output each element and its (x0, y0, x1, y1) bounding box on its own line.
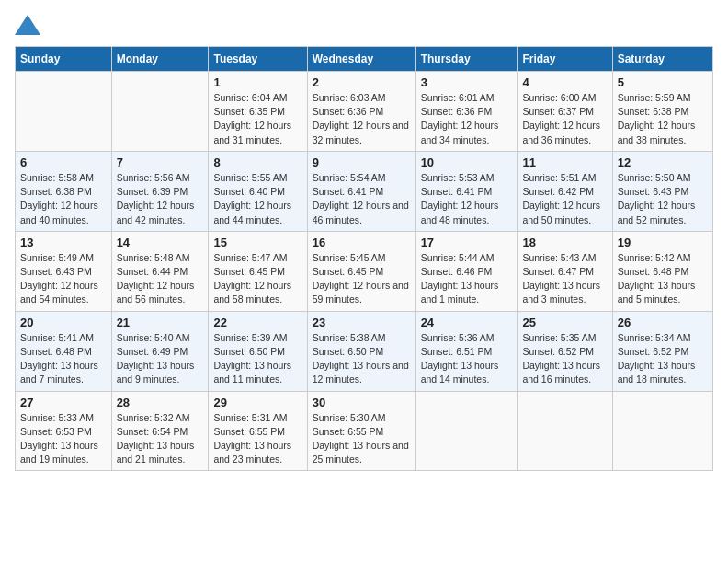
calendar-cell: 30Sunrise: 5:30 AM Sunset: 6:55 PM Dayli… (307, 391, 415, 471)
day-number: 12 (618, 155, 708, 169)
day-detail: Sunrise: 5:43 AM Sunset: 6:47 PM Dayligh… (522, 251, 607, 307)
day-number: 17 (421, 236, 513, 249)
calendar-cell: 22Sunrise: 5:39 AM Sunset: 6:50 PM Dayli… (209, 311, 307, 391)
calendar-cell: 8Sunrise: 5:55 AM Sunset: 6:40 PM Daylig… (209, 151, 307, 231)
col-header-friday: Friday (518, 47, 612, 72)
calendar-cell: 3Sunrise: 6:01 AM Sunset: 6:36 PM Daylig… (415, 72, 518, 152)
day-number: 3 (421, 75, 513, 89)
day-number: 10 (421, 155, 513, 169)
calendar-cell: 25Sunrise: 5:35 AM Sunset: 6:52 PM Dayli… (518, 311, 612, 391)
calendar-cell: 11Sunrise: 5:51 AM Sunset: 6:42 PM Dayli… (518, 151, 612, 231)
day-detail: Sunrise: 5:31 AM Sunset: 6:55 PM Dayligh… (213, 411, 301, 467)
col-header-wednesday: Wednesday (307, 47, 415, 72)
col-header-sunday: Sunday (16, 47, 112, 72)
day-detail: Sunrise: 5:35 AM Sunset: 6:52 PM Dayligh… (522, 331, 607, 387)
day-detail: Sunrise: 5:58 AM Sunset: 6:38 PM Dayligh… (20, 171, 107, 227)
day-number: 5 (618, 75, 708, 89)
calendar-week-row: 20Sunrise: 5:41 AM Sunset: 6:48 PM Dayli… (16, 311, 713, 391)
svg-marker-1 (17, 18, 39, 33)
day-detail: Sunrise: 5:36 AM Sunset: 6:51 PM Dayligh… (421, 331, 513, 387)
day-detail: Sunrise: 5:34 AM Sunset: 6:52 PM Dayligh… (618, 331, 708, 387)
day-number: 2 (313, 75, 411, 89)
calendar-cell: 20Sunrise: 5:41 AM Sunset: 6:48 PM Dayli… (16, 311, 112, 391)
day-detail: Sunrise: 5:45 AM Sunset: 6:45 PM Dayligh… (313, 251, 411, 307)
calendar-cell: 12Sunrise: 5:50 AM Sunset: 6:43 PM Dayli… (612, 151, 712, 231)
calendar-cell: 27Sunrise: 5:33 AM Sunset: 6:53 PM Dayli… (16, 391, 112, 471)
day-number: 21 (117, 316, 204, 329)
calendar-week-row: 6Sunrise: 5:58 AM Sunset: 6:38 PM Daylig… (16, 151, 713, 231)
calendar-cell: 5Sunrise: 5:59 AM Sunset: 6:38 PM Daylig… (612, 72, 712, 152)
calendar-cell: 24Sunrise: 5:36 AM Sunset: 6:51 PM Dayli… (415, 311, 518, 391)
calendar-cell: 1Sunrise: 6:04 AM Sunset: 6:35 PM Daylig… (209, 72, 307, 152)
col-header-saturday: Saturday (612, 47, 712, 72)
calendar-week-row: 27Sunrise: 5:33 AM Sunset: 6:53 PM Dayli… (16, 391, 713, 471)
day-detail: Sunrise: 5:59 AM Sunset: 6:38 PM Dayligh… (618, 91, 708, 147)
calendar-cell (612, 391, 712, 471)
day-number: 19 (618, 236, 708, 249)
calendar-week-row: 1Sunrise: 6:04 AM Sunset: 6:35 PM Daylig… (16, 72, 713, 152)
calendar-cell: 7Sunrise: 5:56 AM Sunset: 6:39 PM Daylig… (111, 151, 209, 231)
day-detail: Sunrise: 5:47 AM Sunset: 6:45 PM Dayligh… (213, 251, 301, 307)
day-number: 24 (421, 316, 513, 329)
day-number: 28 (117, 396, 204, 409)
day-number: 30 (313, 396, 411, 409)
calendar-cell: 9Sunrise: 5:54 AM Sunset: 6:41 PM Daylig… (307, 151, 415, 231)
calendar-cell: 2Sunrise: 6:03 AM Sunset: 6:36 PM Daylig… (307, 72, 415, 152)
day-number: 26 (618, 316, 708, 329)
day-detail: Sunrise: 5:50 AM Sunset: 6:43 PM Dayligh… (618, 171, 708, 227)
calendar-cell: 13Sunrise: 5:49 AM Sunset: 6:43 PM Dayli… (16, 231, 112, 311)
day-detail: Sunrise: 5:39 AM Sunset: 6:50 PM Dayligh… (213, 331, 301, 387)
day-number: 7 (117, 155, 204, 169)
day-detail: Sunrise: 5:30 AM Sunset: 6:55 PM Dayligh… (313, 411, 411, 467)
calendar-cell: 23Sunrise: 5:38 AM Sunset: 6:50 PM Dayli… (307, 311, 415, 391)
calendar-cell: 14Sunrise: 5:48 AM Sunset: 6:44 PM Dayli… (111, 231, 209, 311)
day-detail: Sunrise: 5:55 AM Sunset: 6:40 PM Dayligh… (213, 171, 301, 227)
calendar-table: SundayMondayTuesdayWednesdayThursdayFrid… (15, 46, 713, 471)
calendar-cell: 28Sunrise: 5:32 AM Sunset: 6:54 PM Dayli… (111, 391, 209, 471)
day-number: 29 (213, 396, 301, 409)
day-detail: Sunrise: 6:00 AM Sunset: 6:37 PM Dayligh… (522, 91, 607, 147)
calendar-cell: 4Sunrise: 6:00 AM Sunset: 6:37 PM Daylig… (518, 72, 612, 152)
calendar-cell (415, 391, 518, 471)
day-number: 13 (20, 236, 107, 249)
calendar-cell (518, 391, 612, 471)
calendar-cell: 18Sunrise: 5:43 AM Sunset: 6:47 PM Dayli… (518, 231, 612, 311)
day-detail: Sunrise: 5:38 AM Sunset: 6:50 PM Dayligh… (313, 331, 411, 387)
calendar-cell: 6Sunrise: 5:58 AM Sunset: 6:38 PM Daylig… (16, 151, 112, 231)
day-detail: Sunrise: 5:42 AM Sunset: 6:48 PM Dayligh… (618, 251, 708, 307)
calendar-cell: 10Sunrise: 5:53 AM Sunset: 6:41 PM Dayli… (415, 151, 518, 231)
day-number: 8 (213, 155, 301, 169)
day-number: 4 (522, 75, 607, 89)
day-number: 23 (313, 316, 411, 329)
day-number: 6 (20, 155, 107, 169)
calendar-cell: 29Sunrise: 5:31 AM Sunset: 6:55 PM Dayli… (209, 391, 307, 471)
page-header (15, 15, 713, 35)
day-number: 9 (313, 155, 411, 169)
day-number: 14 (117, 236, 204, 249)
day-detail: Sunrise: 6:04 AM Sunset: 6:35 PM Dayligh… (213, 91, 301, 147)
day-detail: Sunrise: 5:54 AM Sunset: 6:41 PM Dayligh… (313, 171, 411, 227)
col-header-tuesday: Tuesday (209, 47, 307, 72)
logo (15, 15, 44, 35)
day-detail: Sunrise: 5:56 AM Sunset: 6:39 PM Dayligh… (117, 171, 204, 227)
day-number: 1 (213, 75, 301, 89)
day-detail: Sunrise: 5:51 AM Sunset: 6:42 PM Dayligh… (522, 171, 607, 227)
calendar-cell: 15Sunrise: 5:47 AM Sunset: 6:45 PM Dayli… (209, 231, 307, 311)
logo-icon (15, 15, 40, 35)
col-header-thursday: Thursday (415, 47, 518, 72)
calendar-cell: 21Sunrise: 5:40 AM Sunset: 6:49 PM Dayli… (111, 311, 209, 391)
day-detail: Sunrise: 5:32 AM Sunset: 6:54 PM Dayligh… (117, 411, 204, 467)
col-header-monday: Monday (111, 47, 209, 72)
day-detail: Sunrise: 5:33 AM Sunset: 6:53 PM Dayligh… (20, 411, 107, 467)
calendar-week-row: 13Sunrise: 5:49 AM Sunset: 6:43 PM Dayli… (16, 231, 713, 311)
day-number: 11 (522, 155, 607, 169)
day-detail: Sunrise: 5:49 AM Sunset: 6:43 PM Dayligh… (20, 251, 107, 307)
day-number: 20 (20, 316, 107, 329)
day-detail: Sunrise: 5:44 AM Sunset: 6:46 PM Dayligh… (421, 251, 513, 307)
day-number: 25 (522, 316, 607, 329)
calendar-cell: 26Sunrise: 5:34 AM Sunset: 6:52 PM Dayli… (612, 311, 712, 391)
calendar-cell (111, 72, 209, 152)
day-number: 15 (213, 236, 301, 249)
day-number: 16 (313, 236, 411, 249)
calendar-cell: 17Sunrise: 5:44 AM Sunset: 6:46 PM Dayli… (415, 231, 518, 311)
